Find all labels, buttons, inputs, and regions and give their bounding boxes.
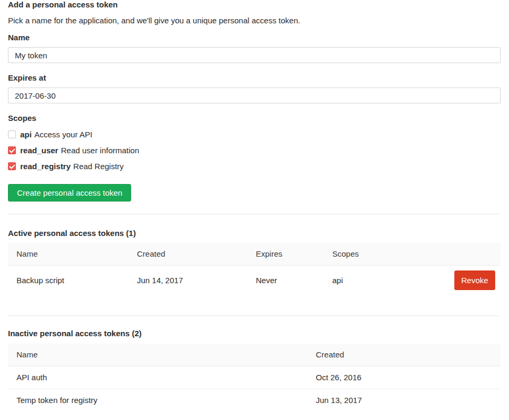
- column-header-expires: Expires: [247, 243, 324, 265]
- token-created-cell: Jun 13, 2017: [307, 389, 501, 412]
- table-row: API auth Oct 26, 2016: [8, 366, 501, 389]
- token-scopes-cell: api: [324, 265, 446, 295]
- add-token-title: Add a personal access token: [8, 1, 501, 9]
- scope-row-read-registry[interactable]: read_registry Read Registry: [8, 161, 124, 171]
- name-label: Name: [8, 33, 501, 42]
- scope-name-read-registry: read_registry: [20, 162, 71, 171]
- token-created-cell: Jun 14, 2017: [128, 265, 247, 295]
- token-name-input[interactable]: [8, 47, 501, 63]
- expires-at-label: Expires at: [8, 74, 501, 82]
- scopes-list: api Access your API read_user Read user …: [8, 129, 501, 171]
- column-header-created: Created: [128, 243, 247, 265]
- scope-name-api: api: [20, 130, 32, 139]
- expires-at-input[interactable]: [8, 88, 501, 103]
- token-name-cell: Temp token for registry: [8, 389, 307, 412]
- scopes-label: Scopes: [8, 114, 501, 122]
- create-token-button[interactable]: Create personal access token: [8, 184, 131, 202]
- active-tokens-title: Active personal access tokens (1): [8, 229, 501, 238]
- column-header-name: Name: [8, 243, 128, 265]
- token-name-cell: Backup script: [8, 265, 128, 295]
- column-header-action: [446, 243, 501, 265]
- scope-name-read-user: read_user: [20, 146, 58, 155]
- token-expires-cell: Never: [247, 265, 324, 295]
- scope-desc-api: Access your API: [34, 130, 92, 139]
- add-token-description: Pick a name for the application, and we'…: [8, 16, 501, 25]
- active-tokens-header-row: Name Created Expires Scopes: [8, 243, 501, 265]
- scope-desc-read-registry: Read Registry: [73, 162, 124, 171]
- scope-desc-read-user: Read user information: [61, 146, 140, 155]
- inactive-tokens-title: Inactive personal access tokens (2): [8, 329, 501, 338]
- scope-row-api[interactable]: api Access your API: [8, 129, 92, 139]
- scope-row-read-user[interactable]: read_user Read user information: [8, 145, 139, 155]
- table-row: Backup script Jun 14, 2017 Never api Rev…: [8, 265, 501, 295]
- section-divider: [8, 316, 501, 316]
- token-created-cell: Oct 26, 2016: [307, 366, 501, 389]
- read-user-checkbox[interactable]: [8, 146, 16, 154]
- column-header-scopes: Scopes: [324, 243, 446, 265]
- token-name-cell: API auth: [8, 366, 307, 389]
- personal-access-tokens-page: Add a personal access token Pick a name …: [0, 0, 509, 412]
- active-tokens-table: Name Created Expires Scopes Backup scrip…: [8, 243, 501, 295]
- section-divider: [8, 214, 501, 214]
- inactive-tokens-header-row: Name Created: [8, 344, 501, 366]
- inactive-tokens-table: Name Created API auth Oct 26, 2016 Temp …: [8, 344, 501, 412]
- api-checkbox[interactable]: [8, 130, 16, 138]
- table-row: Temp token for registry Jun 13, 2017: [8, 389, 501, 412]
- read-registry-checkbox[interactable]: [8, 162, 16, 170]
- revoke-button[interactable]: Revoke: [454, 270, 495, 290]
- column-header-created: Created: [307, 344, 501, 366]
- column-header-name: Name: [8, 344, 307, 366]
